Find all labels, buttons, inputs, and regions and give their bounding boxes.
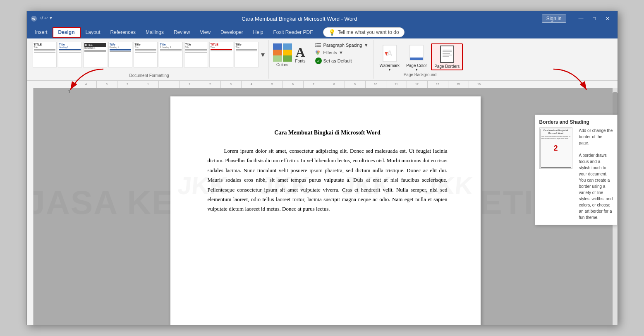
ruler-mark-0 [158, 81, 179, 88]
title-bar-controls: W ↺ ↩ ▼ [31, 16, 53, 22]
tab-review[interactable]: Review [169, 28, 195, 37]
ruler-mark-13r: 13 [427, 81, 448, 88]
doc-area-inner: 4 3 2 1 1 2 3 4 5 6 7 8 9 10 11 12 [27, 81, 618, 325]
ruler-mark-2: 2 [117, 81, 138, 88]
tab-view[interactable]: View [195, 28, 215, 37]
svg-rect-12 [441, 46, 454, 62]
scrollbar-thumb[interactable] [613, 92, 618, 117]
colors-button[interactable]: Colors [273, 42, 292, 67]
theme-item-3[interactable]: TITLE HEADING 1 [83, 42, 107, 67]
tab-mailings[interactable]: Mailings [141, 28, 169, 37]
tab-developer[interactable]: Developer [215, 28, 248, 37]
set-as-default-button[interactable]: ✓ Set as Default [314, 57, 370, 65]
borders-shading-tooltip: Borders and Shading Cara Membuat Bingkai… [535, 115, 618, 225]
theme-item-5[interactable]: Title Title [134, 42, 158, 67]
word-icon: W [31, 16, 37, 22]
ribbon-tabs: Insert Design Layout References Mailings… [27, 26, 618, 38]
horizontal-ruler: 4 3 2 1 1 2 3 4 5 6 7 8 9 10 11 12 [27, 81, 618, 88]
watermark-label: Watermark [380, 63, 400, 68]
page-background-section: A Watermark ▼ Page Color ▼ [374, 40, 467, 79]
content-with-ruler: 1 JKK JKK JKK JKK JKK JKK Cara Membuat B… [27, 88, 618, 325]
ruler-mark-5r: 5 [262, 81, 282, 88]
theme-item-7[interactable]: Title Title [184, 42, 208, 67]
close-button[interactable]: ✕ [602, 14, 613, 23]
ruler-mark-3r: 3 [220, 81, 241, 88]
theme-item-9[interactable]: Title Title [235, 42, 259, 67]
paragraph-effects-section: Paragraph Spacing ▼ Effects ▼ ✓ Set as D… [310, 40, 374, 79]
watermark-button[interactable]: A Watermark ▼ [377, 43, 402, 72]
tab-references[interactable]: References [105, 28, 141, 37]
tooltip-description: Add or change the border of the page. A … [579, 127, 613, 221]
tooltip-number: 2 [553, 144, 558, 153]
page-bg-buttons: A Watermark ▼ Page Color ▼ [377, 42, 463, 72]
page-borders-button[interactable]: Page Borders [431, 43, 463, 70]
document-formatting-section: TITLE Title Title Heading 1 TITLE HEADIN… [30, 40, 269, 79]
ruler-mark-2r: 2 [200, 81, 220, 88]
page-borders-icon [440, 45, 455, 63]
quick-access[interactable]: ↺ ↩ ▼ [40, 16, 53, 22]
ruler-mark-10r: 10 [365, 81, 386, 88]
sign-in-button[interactable]: Sign in [542, 14, 566, 23]
minimize-button[interactable]: — [575, 14, 587, 23]
ruler-mark-15r: 15 [448, 81, 469, 88]
paragraph-spacing-label: Paragraph Spacing [323, 43, 362, 48]
word-window: W ↺ ↩ ▼ Cara Membuat Bingkai di Microsof… [26, 11, 618, 325]
tab-layout[interactable]: Layout [81, 28, 105, 37]
svg-text:A: A [387, 49, 392, 58]
theme-item-6[interactable]: Title 1 Heading 1 [159, 42, 183, 67]
page-color-button[interactable]: Page Color ▼ [404, 43, 429, 72]
theme-item-4[interactable]: Title Heading 1 [108, 42, 132, 67]
title-bar: W ↺ ↩ ▼ Cara Membuat Bingkai di Microsof… [27, 11, 618, 26]
doc-scroll[interactable]: 1 JKK JKK JKK JKK JKK JKK Cara Membuat B… [34, 88, 618, 325]
title-bar-right: Sign in — □ ✕ [542, 14, 613, 23]
tooltip-preview: Cara Membuat Bingkai di Microsoft Word L… [539, 127, 572, 169]
ruler-mark-3: 3 [96, 81, 117, 88]
page-color-label: Page Color [406, 63, 427, 68]
fonts-button[interactable]: A Fonts [295, 46, 306, 63]
ribbon: Insert Design Layout References Mailings… [27, 26, 618, 81]
document-title: Cara Membuat Bingkai di Microsoft Word [208, 130, 448, 136]
tab-help[interactable]: Help [248, 28, 268, 37]
theme-item-8[interactable]: TITLE Thue [209, 42, 233, 67]
ruler-mark-4: 4 [76, 81, 96, 88]
watermark-icon: A [382, 44, 397, 62]
paragraph-spacing-button[interactable]: Paragraph Spacing ▼ [314, 42, 370, 48]
doc-page[interactable]: JKK JKK JKK JKK JKK JKK Cara Membuat Bin… [170, 96, 481, 325]
ruler-mark-8r: 8 [324, 81, 345, 88]
document-area: JASA KETIKIN.COM JASA KETIKIN.COM 4 3 2 … [27, 81, 618, 325]
window-title: Cara Membuat Bingkai di Microsoft Word -… [57, 16, 542, 22]
tab-foxit[interactable]: Foxit Reader PDF [268, 28, 318, 37]
ruler-mark-7r: 7 [303, 81, 324, 88]
tooltip-content: Cara Membuat Bingkai di Microsoft Word L… [539, 127, 613, 221]
page-background-label: Page Background [404, 72, 437, 77]
fonts-label: Fonts [295, 59, 306, 63]
colors-fonts-section: Colors A Fonts [269, 40, 310, 79]
document-formatting-label: Document Formatting [129, 73, 169, 79]
ruler-mark-4r: 4 [241, 81, 262, 88]
ruler-mark-1: 1 [138, 81, 158, 88]
page-color-arrow: ▼ [415, 68, 418, 72]
tell-me-text: Tell me what you want to do [338, 29, 399, 35]
ribbon-content: TITLE Title Title Heading 1 TITLE HEADIN… [27, 38, 618, 81]
tooltip-title: Borders and Shading [539, 119, 613, 125]
effects-label: Effects [323, 50, 337, 55]
ruler-mark-11r: 11 [386, 81, 407, 88]
fonts-icon: A [295, 46, 305, 59]
svg-marker-3 [315, 43, 316, 47]
tooltip-desc-container: Add or change the border of the page. A … [579, 127, 613, 221]
theme-expand-button[interactable]: ▾ [260, 50, 266, 59]
lightbulb-icon: 💡 [328, 29, 335, 36]
maximize-button[interactable]: □ [589, 14, 600, 23]
tab-design[interactable]: Design [53, 27, 81, 38]
tab-insert[interactable]: Insert [30, 28, 53, 37]
paragraph-spacing-icon [315, 43, 322, 48]
tell-me-bar[interactable]: 💡 Tell me what you want to do [323, 27, 405, 37]
document-body[interactable]: Lorem ipsum dolor sit amet, consectetur … [208, 146, 448, 214]
ruler-mark-6r: 6 [282, 81, 303, 88]
colors-label: Colors [276, 62, 288, 67]
theme-item-2[interactable]: Title Heading 1 [58, 42, 82, 67]
ruler-marks: 4 3 2 1 1 2 3 4 5 6 7 8 9 10 11 12 [76, 81, 489, 88]
color-swatch-2 [283, 43, 292, 62]
theme-item-1[interactable]: TITLE Title [33, 42, 57, 67]
effects-button[interactable]: Effects ▼ [314, 49, 370, 56]
